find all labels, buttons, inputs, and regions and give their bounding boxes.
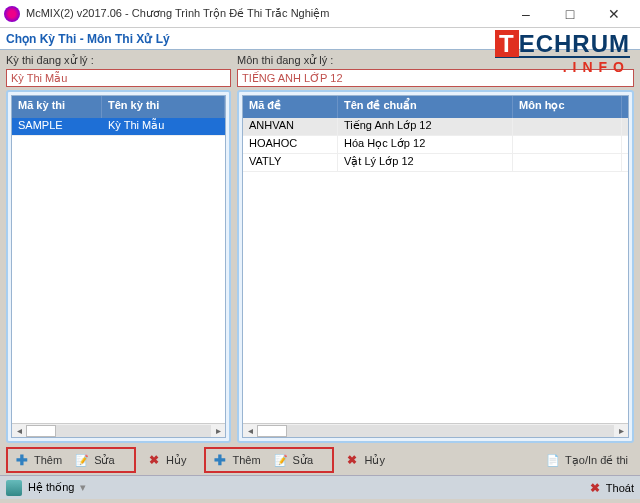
subject-selected-input[interactable]: TIẾNG ANH LỚP 12	[237, 69, 634, 87]
table-row[interactable]: HOAHOCHóa Học Lớp 12	[243, 136, 628, 154]
subject-panel-label: Môn thi đang xử lý :	[237, 54, 634, 67]
subject-cancel-group: ✖ Hủy	[338, 447, 390, 473]
edit-exam-button[interactable]: 📝 Sửa	[74, 452, 114, 468]
scroll-right-icon[interactable]: ▸	[614, 425, 628, 436]
cell-test-code: VATLY	[243, 154, 338, 171]
add-exam-button[interactable]: ✚ Thêm	[14, 452, 62, 468]
exam-panel: Kỳ thi đang xử lý : Kỳ Thi Mẫu Mã kỳ thi…	[6, 54, 231, 443]
header-title: Chọn Kỳ Thi - Môn Thi Xử Lý	[6, 32, 170, 46]
toolbar: ✚ Thêm 📝 Sửa ✖ Hủy ✚ Thêm 📝 Sửa ✖ Hủy	[0, 445, 640, 475]
exam-grid-header: Mã kỳ thi Tên kỳ thi	[12, 96, 225, 118]
edit-icon: 📝	[74, 452, 90, 468]
exit-button[interactable]: Thoát	[606, 482, 634, 494]
subject-grid-header: Mã đề Tên đề chuẩn Môn học	[243, 96, 628, 118]
add-label: Thêm	[232, 454, 260, 466]
system-menu[interactable]: Hệ thống	[28, 481, 74, 494]
exam-grid[interactable]: Mã kỳ thi Tên kỳ thi SAMPLEKỳ Thi Mẫu ◂ …	[11, 95, 226, 438]
scroll-thumb[interactable]	[26, 425, 56, 437]
edit-subject-button[interactable]: 📝 Sửa	[273, 452, 313, 468]
table-row[interactable]: SAMPLEKỳ Thi Mẫu	[12, 118, 225, 136]
exam-scrollbar[interactable]: ◂ ▸	[12, 423, 225, 437]
col-exam-code[interactable]: Mã kỳ thi	[12, 96, 102, 118]
edit-label: Sửa	[293, 454, 313, 467]
scroll-track[interactable]	[26, 425, 211, 437]
subject-panel: Môn thi đang xử lý : TIẾNG ANH LỚP 12 Mã…	[237, 54, 634, 443]
cancel-label: Hủy	[364, 454, 384, 467]
cell-exam-code: SAMPLE	[12, 118, 102, 135]
cell-exam-name: Kỳ Thi Mẫu	[102, 118, 225, 135]
cell-test-code: HOAHOC	[243, 136, 338, 153]
col-test-name[interactable]: Tên đề chuẩn	[338, 96, 513, 118]
subject-actions-highlight: ✚ Thêm 📝 Sửa	[204, 447, 334, 473]
exam-grid-body: SAMPLEKỳ Thi Mẫu	[12, 118, 225, 423]
scroll-left-icon[interactable]: ◂	[12, 425, 26, 436]
subject-grid[interactable]: Mã đề Tên đề chuẩn Môn học ANHVANTiếng A…	[242, 95, 629, 438]
close-button[interactable]: ✕	[592, 0, 636, 28]
col-exam-name[interactable]: Tên kỳ thi	[102, 96, 225, 118]
plus-icon: ✚	[212, 452, 228, 468]
system-icon	[6, 480, 22, 496]
cancel-subject-button[interactable]: ✖ Hủy	[344, 452, 384, 468]
cancel-icon: ✖	[146, 452, 162, 468]
table-row[interactable]: VATLYVật Lý Lớp 12	[243, 154, 628, 172]
plus-icon: ✚	[14, 452, 30, 468]
cell-test-code: ANHVAN	[243, 118, 338, 135]
create-group: 📄 Tạo/In đề thi	[539, 447, 634, 473]
col-test-code[interactable]: Mã đề	[243, 96, 338, 118]
cell-subject	[513, 154, 622, 171]
window-title: McMIX(2) v2017.06 - Chương Trình Trộn Đề…	[26, 7, 504, 20]
titlebar: McMIX(2) v2017.06 - Chương Trình Trộn Đề…	[0, 0, 640, 28]
create-label: Tạo/In đề thi	[565, 454, 628, 467]
scroll-thumb[interactable]	[257, 425, 287, 437]
app-icon	[4, 6, 20, 22]
exam-panel-label: Kỳ thi đang xử lý :	[6, 54, 231, 67]
header-bar: Chọn Kỳ Thi - Môn Thi Xử Lý	[0, 28, 640, 50]
cell-test-name: Vật Lý Lớp 12	[338, 154, 513, 171]
exit-icon: ✖	[590, 481, 600, 495]
exam-cancel-group: ✖ Hủy	[140, 447, 192, 473]
exam-actions-highlight: ✚ Thêm 📝 Sửa	[6, 447, 136, 473]
exam-grid-wrap: Mã kỳ thi Tên kỳ thi SAMPLEKỳ Thi Mẫu ◂ …	[6, 90, 231, 443]
scroll-track[interactable]	[257, 425, 614, 437]
maximize-button[interactable]: □	[548, 0, 592, 28]
separator: ▾	[80, 481, 86, 494]
main-area: Kỳ thi đang xử lý : Kỳ Thi Mẫu Mã kỳ thi…	[0, 50, 640, 445]
exam-selected-input[interactable]: Kỳ Thi Mẫu	[6, 69, 231, 87]
cell-test-name: Tiếng Anh Lớp 12	[338, 118, 513, 135]
minimize-button[interactable]: –	[504, 0, 548, 28]
edit-label: Sửa	[94, 454, 114, 467]
edit-icon: 📝	[273, 452, 289, 468]
table-row[interactable]: ANHVANTiếng Anh Lớp 12	[243, 118, 628, 136]
statusbar: Hệ thống ▾ ✖ Thoát	[0, 475, 640, 499]
cancel-icon: ✖	[344, 452, 360, 468]
cell-subject	[513, 118, 622, 135]
create-test-button[interactable]: 📄 Tạo/In đề thi	[545, 452, 628, 468]
col-subject[interactable]: Môn học	[513, 96, 622, 118]
subject-scrollbar[interactable]: ◂ ▸	[243, 423, 628, 437]
scroll-right-icon[interactable]: ▸	[211, 425, 225, 436]
file-icon: 📄	[545, 452, 561, 468]
cancel-label: Hủy	[166, 454, 186, 467]
cell-test-name: Hóa Học Lớp 12	[338, 136, 513, 153]
cell-subject	[513, 136, 622, 153]
scroll-left-icon[interactable]: ◂	[243, 425, 257, 436]
window-controls: – □ ✕	[504, 0, 636, 28]
cancel-exam-button[interactable]: ✖ Hủy	[146, 452, 186, 468]
add-label: Thêm	[34, 454, 62, 466]
subject-grid-body: ANHVANTiếng Anh Lớp 12HOAHOCHóa Học Lớp …	[243, 118, 628, 423]
add-subject-button[interactable]: ✚ Thêm	[212, 452, 260, 468]
subject-grid-wrap: Mã đề Tên đề chuẩn Môn học ANHVANTiếng A…	[237, 90, 634, 443]
